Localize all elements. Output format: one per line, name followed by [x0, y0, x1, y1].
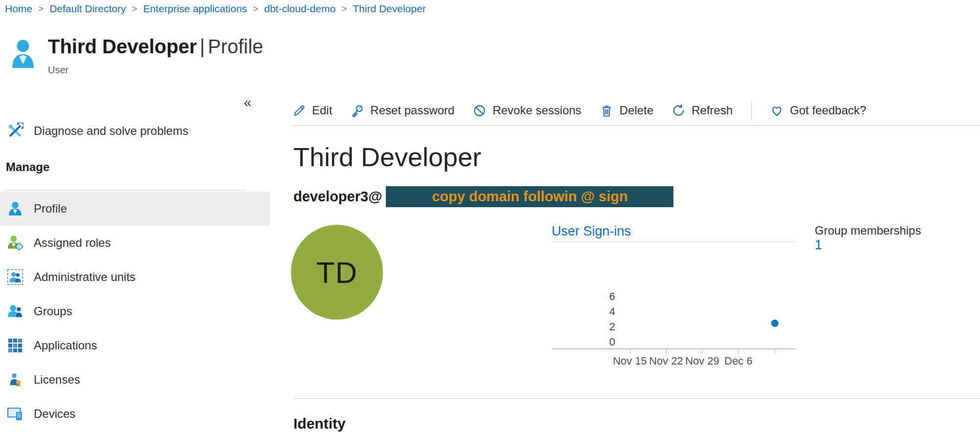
trash-icon	[600, 104, 613, 117]
chevron-right-icon: >	[341, 3, 347, 14]
revoke-sessions-button[interactable]: Revoke sessions	[473, 104, 581, 117]
domain-redaction-overlay: copy domain followin @ sign	[386, 186, 673, 207]
page-title-name: Third Developer	[48, 36, 197, 57]
breadcrumb-link-third-developer[interactable]: Third Developer	[353, 3, 425, 15]
chart-y-tick-label: 6	[552, 290, 615, 303]
chart-y-tick-label: 0	[552, 336, 615, 348]
sidebar-item-label: Devices	[34, 407, 75, 421]
chart-x-tick	[775, 349, 775, 354]
heart-icon	[770, 104, 783, 117]
avatar-initials: TD	[316, 255, 358, 290]
breadcrumb-link-default-directory[interactable]: Default Directory	[49, 3, 126, 15]
object-type-label: User	[48, 65, 263, 76]
refresh-icon	[672, 104, 685, 117]
chart-x-tick	[666, 349, 667, 354]
chart-x-tick	[738, 349, 739, 354]
sidebar: « Diagnose and solve problems Manage Pro…	[0, 91, 270, 432]
user-icon	[6, 200, 24, 218]
applications-grid-icon	[6, 337, 24, 355]
toolbar-button-label: Got feedback?	[790, 104, 866, 117]
redaction-note-text: copy domain followin @ sign	[432, 189, 627, 205]
page-header: Third Developer|Profile User	[11, 35, 263, 76]
breadcrumb-link-dbt-cloud-demo[interactable]: dbt-cloud-demo	[264, 3, 335, 15]
sidebar-item-groups[interactable]: Groups	[0, 294, 270, 328]
sidebar-item-applications[interactable]: Applications	[0, 328, 270, 363]
licenses-icon	[6, 371, 24, 389]
group-memberships-label: Group memberships	[815, 224, 921, 238]
chart-x-tick	[630, 349, 630, 354]
groups-icon	[6, 302, 24, 321]
sidebar-item-devices[interactable]: Devices	[0, 397, 270, 431]
toolbar-button-label: Revoke sessions	[492, 104, 581, 117]
breadcrumb: Home > Default Directory > Enterprise ap…	[5, 3, 426, 15]
group-memberships-block: Group memberships 1	[815, 224, 921, 253]
pencil-icon	[292, 104, 306, 117]
sidebar-divider	[5, 190, 245, 191]
sidebar-item-label: Profile	[34, 202, 67, 216]
chart-title-link[interactable]: User Sign-ins	[552, 224, 631, 238]
sidebar-item-administrative-units[interactable]: Administrative units	[0, 260, 270, 294]
avatar: TD	[291, 225, 383, 320]
user-sign-ins-chart: User Sign-ins 6420Nov 15Nov 22Nov 29Dec …	[552, 224, 795, 380]
reset-password-button[interactable]: Reset password	[351, 104, 454, 117]
chevron-right-icon: >	[253, 3, 258, 14]
chevron-right-icon: >	[38, 3, 44, 14]
sidebar-item-label: Licenses	[34, 373, 80, 387]
key-icon	[351, 104, 364, 117]
page-title-subtitle: Profile	[208, 36, 263, 57]
refresh-button[interactable]: Refresh	[672, 104, 733, 117]
toolbar-divider	[751, 101, 752, 120]
chart-x-tick-label: Dec 6	[714, 355, 763, 367]
admin-units-icon	[6, 268, 24, 286]
got-feedback-button[interactable]: Got feedback?	[770, 104, 866, 117]
toolbar-button-label: Edit	[312, 104, 332, 117]
user-principal-name: developer3@ copy domain followin @ sign	[293, 186, 673, 207]
sidebar-item-label: Applications	[34, 339, 97, 352]
chart-title-divider	[552, 241, 795, 242]
breadcrumb-link-enterprise-applications[interactable]: Enterprise applications	[143, 3, 247, 15]
sidebar-item-label: Diagnose and solve problems	[34, 124, 188, 138]
chart-data-point	[771, 320, 779, 327]
user-display-name: Third Developer	[293, 142, 481, 172]
devices-icon	[6, 405, 24, 423]
sidebar-nav: Profile Assigned roles	[0, 192, 270, 431]
sidebar-item-profile[interactable]: Profile	[0, 192, 270, 226]
section-divider	[293, 398, 980, 399]
chart-x-tick	[702, 349, 703, 354]
chart-y-tick-label: 2	[552, 321, 615, 333]
breadcrumb-link-home[interactable]: Home	[5, 3, 32, 15]
sidebar-collapse-button[interactable]: «	[244, 95, 251, 110]
toolbar: Edit Reset password Revoke sessions Dele…	[292, 96, 980, 126]
page-title-separator: |	[197, 36, 208, 57]
sidebar-item-assigned-roles[interactable]: Assigned roles	[0, 226, 270, 260]
username-prefix: developer3@	[293, 189, 382, 205]
sidebar-item-diagnose-and-solve-problems[interactable]: Diagnose and solve problems	[0, 116, 270, 146]
sidebar-item-label: Assigned roles	[34, 236, 111, 250]
sidebar-item-licenses[interactable]: Licenses	[0, 363, 270, 397]
sidebar-item-label: Groups	[34, 304, 72, 318]
identity-section-heading: Identity	[293, 415, 346, 432]
sidebar-section-manage: Manage	[6, 160, 49, 174]
delete-button[interactable]: Delete	[600, 104, 653, 117]
page-title: Third Developer|Profile	[48, 35, 263, 58]
toolbar-button-label: Reset password	[370, 104, 454, 117]
toolbar-button-label: Refresh	[691, 104, 733, 117]
assigned-roles-icon	[6, 234, 24, 252]
user-avatar-icon	[11, 39, 35, 69]
toolbar-button-label: Delete	[620, 104, 653, 117]
block-icon	[473, 104, 486, 117]
chart-x-axis	[552, 348, 795, 349]
group-memberships-count-link[interactable]: 1	[815, 238, 822, 252]
wrench-screwdriver-icon	[6, 122, 24, 140]
chevron-right-icon: >	[132, 3, 137, 14]
sidebar-item-label: Administrative units	[34, 270, 135, 284]
chart-y-tick-label: 4	[552, 305, 615, 318]
edit-button[interactable]: Edit	[292, 104, 332, 117]
